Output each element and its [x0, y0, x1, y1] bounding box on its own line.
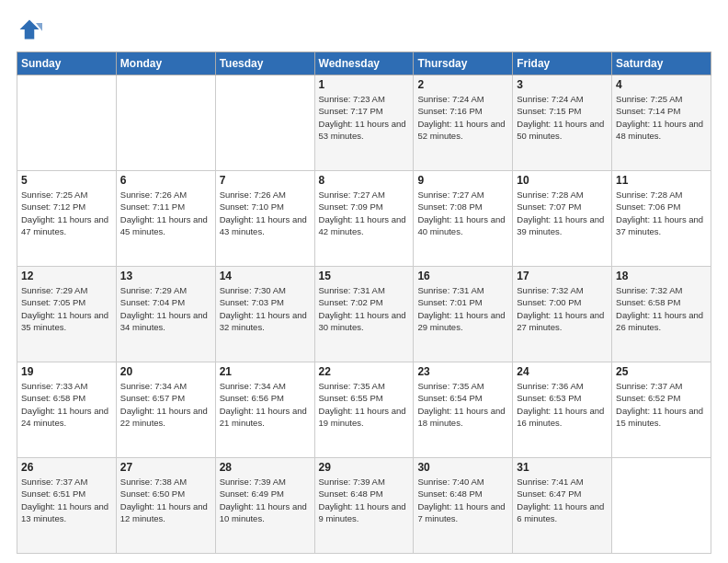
calendar-cell: 20Sunrise: 7:34 AM Sunset: 6:57 PM Dayli… [116, 362, 215, 458]
day-info: Sunrise: 7:36 AM Sunset: 6:53 PM Dayligh… [517, 380, 608, 429]
calendar-cell: 11Sunrise: 7:28 AM Sunset: 7:06 PM Dayli… [612, 171, 711, 267]
calendar-cell: 6Sunrise: 7:26 AM Sunset: 7:11 PM Daylig… [116, 171, 215, 267]
day-info: Sunrise: 7:29 AM Sunset: 7:05 PM Dayligh… [21, 284, 112, 333]
day-number: 27 [120, 461, 211, 474]
day-info: Sunrise: 7:39 AM Sunset: 6:48 PM Dayligh… [319, 476, 410, 524]
calendar-cell: 18Sunrise: 7:32 AM Sunset: 6:58 PM Dayli… [612, 267, 711, 362]
day-info: Sunrise: 7:27 AM Sunset: 7:09 PM Dayligh… [319, 189, 410, 237]
calendar: SundayMondayTuesdayWednesdayThursdayFrid… [17, 52, 711, 554]
calendar-header-tuesday: Tuesday [215, 52, 314, 75]
header [17, 17, 711, 42]
calendar-header-wednesday: Wednesday [314, 52, 414, 75]
day-number: 20 [120, 365, 211, 378]
day-number: 2 [417, 78, 508, 91]
day-info: Sunrise: 7:40 AM Sunset: 6:48 PM Dayligh… [417, 476, 508, 524]
day-number: 16 [417, 270, 508, 282]
calendar-cell [116, 75, 215, 171]
day-info: Sunrise: 7:31 AM Sunset: 7:01 PM Dayligh… [417, 284, 508, 333]
calendar-cell: 21Sunrise: 7:34 AM Sunset: 6:56 PM Dayli… [215, 362, 314, 458]
calendar-header-row: SundayMondayTuesdayWednesdayThursdayFrid… [17, 52, 711, 75]
calendar-cell: 17Sunrise: 7:32 AM Sunset: 7:00 PM Dayli… [513, 267, 612, 362]
day-number: 23 [417, 365, 508, 378]
calendar-week-row: 26Sunrise: 7:37 AM Sunset: 6:51 PM Dayli… [17, 458, 711, 554]
day-info: Sunrise: 7:35 AM Sunset: 6:55 PM Dayligh… [319, 380, 410, 429]
calendar-cell: 22Sunrise: 7:35 AM Sunset: 6:55 PM Dayli… [314, 362, 414, 458]
day-number: 8 [319, 174, 410, 187]
calendar-cell: 25Sunrise: 7:37 AM Sunset: 6:52 PM Dayli… [612, 362, 711, 458]
day-number: 7 [220, 174, 311, 187]
calendar-header-monday: Monday [116, 52, 215, 75]
calendar-cell: 12Sunrise: 7:29 AM Sunset: 7:05 PM Dayli… [17, 267, 117, 362]
day-info: Sunrise: 7:30 AM Sunset: 7:03 PM Dayligh… [220, 284, 311, 333]
day-number: 31 [517, 461, 608, 474]
calendar-cell: 4Sunrise: 7:25 AM Sunset: 7:14 PM Daylig… [612, 75, 711, 171]
calendar-week-row: 5Sunrise: 7:25 AM Sunset: 7:12 PM Daylig… [17, 171, 711, 267]
day-number: 26 [21, 461, 112, 474]
day-info: Sunrise: 7:31 AM Sunset: 7:02 PM Dayligh… [319, 284, 410, 333]
calendar-cell: 24Sunrise: 7:36 AM Sunset: 6:53 PM Dayli… [513, 362, 612, 458]
day-info: Sunrise: 7:25 AM Sunset: 7:12 PM Dayligh… [21, 189, 112, 237]
day-number: 24 [517, 365, 608, 378]
calendar-cell: 26Sunrise: 7:37 AM Sunset: 6:51 PM Dayli… [17, 458, 117, 554]
day-info: Sunrise: 7:25 AM Sunset: 7:14 PM Dayligh… [616, 93, 707, 142]
calendar-cell [215, 75, 314, 171]
day-number: 9 [417, 174, 508, 187]
day-info: Sunrise: 7:32 AM Sunset: 7:00 PM Dayligh… [517, 284, 608, 333]
day-info: Sunrise: 7:29 AM Sunset: 7:04 PM Dayligh… [120, 284, 211, 333]
logo [17, 17, 46, 42]
day-number: 10 [517, 174, 608, 187]
day-number: 14 [220, 270, 311, 282]
day-info: Sunrise: 7:34 AM Sunset: 6:57 PM Dayligh… [120, 380, 211, 429]
calendar-cell: 1Sunrise: 7:23 AM Sunset: 7:17 PM Daylig… [314, 75, 414, 171]
day-info: Sunrise: 7:26 AM Sunset: 7:11 PM Dayligh… [120, 189, 211, 237]
calendar-header-sunday: Sunday [17, 52, 117, 75]
day-info: Sunrise: 7:33 AM Sunset: 6:58 PM Dayligh… [21, 380, 112, 429]
day-info: Sunrise: 7:39 AM Sunset: 6:49 PM Dayligh… [220, 476, 311, 524]
day-number: 17 [517, 270, 608, 282]
day-number: 22 [319, 365, 410, 378]
day-number: 18 [616, 270, 707, 282]
calendar-cell: 10Sunrise: 7:28 AM Sunset: 7:07 PM Dayli… [513, 171, 612, 267]
day-info: Sunrise: 7:28 AM Sunset: 7:06 PM Dayligh… [616, 189, 707, 237]
calendar-cell: 27Sunrise: 7:38 AM Sunset: 6:50 PM Dayli… [116, 458, 215, 554]
day-number: 4 [616, 78, 707, 91]
day-number: 29 [319, 461, 410, 474]
calendar-header-saturday: Saturday [612, 52, 711, 75]
day-info: Sunrise: 7:34 AM Sunset: 6:56 PM Dayligh… [220, 380, 311, 429]
calendar-header-thursday: Thursday [414, 52, 513, 75]
calendar-cell: 9Sunrise: 7:27 AM Sunset: 7:08 PM Daylig… [414, 171, 513, 267]
day-number: 21 [220, 365, 311, 378]
calendar-cell: 14Sunrise: 7:30 AM Sunset: 7:03 PM Dayli… [215, 267, 314, 362]
calendar-cell: 3Sunrise: 7:24 AM Sunset: 7:15 PM Daylig… [513, 75, 612, 171]
day-info: Sunrise: 7:37 AM Sunset: 6:52 PM Dayligh… [616, 380, 707, 429]
day-info: Sunrise: 7:26 AM Sunset: 7:10 PM Dayligh… [220, 189, 311, 237]
day-info: Sunrise: 7:23 AM Sunset: 7:17 PM Dayligh… [319, 93, 410, 142]
calendar-cell: 19Sunrise: 7:33 AM Sunset: 6:58 PM Dayli… [17, 362, 117, 458]
day-info: Sunrise: 7:24 AM Sunset: 7:15 PM Dayligh… [517, 93, 608, 142]
day-info: Sunrise: 7:27 AM Sunset: 7:08 PM Dayligh… [417, 189, 508, 237]
svg-marker-1 [36, 23, 42, 31]
calendar-cell: 28Sunrise: 7:39 AM Sunset: 6:49 PM Dayli… [215, 458, 314, 554]
calendar-week-row: 19Sunrise: 7:33 AM Sunset: 6:58 PM Dayli… [17, 362, 711, 458]
day-number: 28 [220, 461, 311, 474]
day-info: Sunrise: 7:35 AM Sunset: 6:54 PM Dayligh… [417, 380, 508, 429]
day-info: Sunrise: 7:32 AM Sunset: 6:58 PM Dayligh… [616, 284, 707, 333]
calendar-week-row: 12Sunrise: 7:29 AM Sunset: 7:05 PM Dayli… [17, 267, 711, 362]
day-number: 15 [319, 270, 410, 282]
svg-marker-0 [20, 20, 40, 40]
calendar-cell: 8Sunrise: 7:27 AM Sunset: 7:09 PM Daylig… [314, 171, 414, 267]
calendar-cell: 30Sunrise: 7:40 AM Sunset: 6:48 PM Dayli… [414, 458, 513, 554]
calendar-cell: 15Sunrise: 7:31 AM Sunset: 7:02 PM Dayli… [314, 267, 414, 362]
calendar-cell: 2Sunrise: 7:24 AM Sunset: 7:16 PM Daylig… [414, 75, 513, 171]
day-number: 13 [120, 270, 211, 282]
calendar-cell: 7Sunrise: 7:26 AM Sunset: 7:10 PM Daylig… [215, 171, 314, 267]
calendar-cell: 29Sunrise: 7:39 AM Sunset: 6:48 PM Dayli… [314, 458, 414, 554]
day-number: 3 [517, 78, 608, 91]
day-number: 11 [616, 174, 707, 187]
calendar-cell [17, 75, 117, 171]
day-number: 1 [319, 78, 410, 91]
day-info: Sunrise: 7:28 AM Sunset: 7:07 PM Dayligh… [517, 189, 608, 237]
calendar-week-row: 1Sunrise: 7:23 AM Sunset: 7:17 PM Daylig… [17, 75, 711, 171]
day-info: Sunrise: 7:24 AM Sunset: 7:16 PM Dayligh… [417, 93, 508, 142]
day-number: 12 [21, 270, 112, 282]
